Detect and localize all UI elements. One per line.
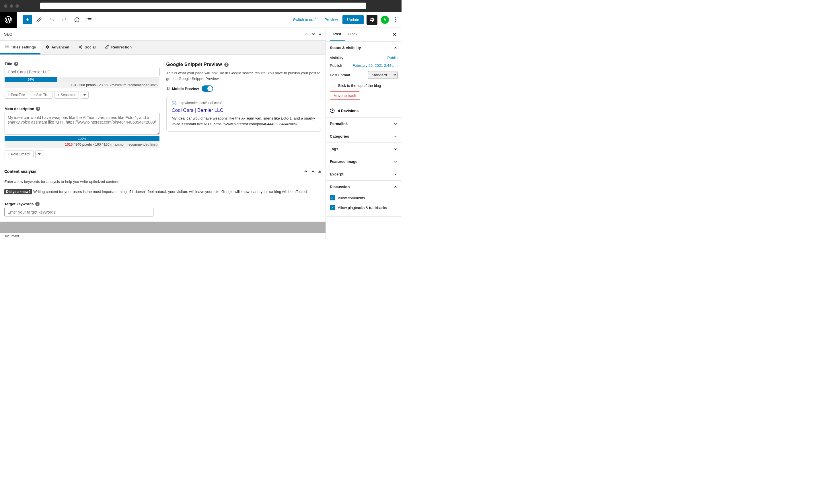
svg-point-8 — [395, 21, 396, 22]
visibility-label: Visibility — [330, 56, 343, 60]
allow-comments-label: Allow comments — [338, 196, 365, 200]
featured-image-header[interactable]: Featured image — [326, 155, 402, 168]
keywords-label: Target keywords — [4, 202, 34, 206]
meta-stats: 1016 / 940 pixels - 160 / 160 (maximum r… — [5, 141, 160, 148]
mobile-icon — [166, 86, 170, 90]
seo-panel-title: SEO — [4, 32, 13, 37]
settings-sidebar: Post Block ✕ Status & visibility Visibil… — [326, 28, 402, 239]
title-progress: 34% — [5, 77, 57, 82]
stick-label: Stick to the top of the blog — [338, 83, 381, 88]
svg-point-6 — [395, 17, 396, 18]
snippet-text: My ideal car would have weapons like the… — [172, 116, 316, 127]
publish-label: Publish — [330, 63, 342, 68]
add-site-title-button[interactable]: + Site Title — [30, 91, 53, 99]
close-sidebar-button[interactable]: ✕ — [392, 28, 398, 41]
chevron-up-icon — [394, 185, 398, 189]
tags-header[interactable]: Tags — [326, 143, 402, 155]
post-format-select[interactable]: Standard — [368, 71, 398, 79]
meta-label: Meta description — [5, 107, 34, 111]
browser-url-bar[interactable] — [40, 3, 366, 9]
footer-document[interactable]: Document — [3, 234, 19, 238]
update-button[interactable]: Update — [343, 15, 364, 24]
allow-comments-checkbox[interactable]: ✓ — [330, 195, 335, 200]
categories-header[interactable]: Categories — [326, 130, 402, 142]
seo-title-input[interactable] — [5, 68, 160, 76]
move-to-trash-button[interactable]: Move to trash — [330, 91, 360, 100]
wordpress-logo[interactable] — [0, 12, 17, 28]
outline-button[interactable] — [84, 14, 95, 25]
tab-titles-settings[interactable]: Titles settings — [0, 41, 41, 55]
preview-button[interactable]: Preview — [321, 15, 341, 24]
collapse-up-icon[interactable] — [319, 33, 321, 35]
add-post-excerpt-button[interactable]: + Post Excerpt — [5, 150, 34, 158]
maximize-window-button[interactable] — [15, 4, 19, 8]
svg-line-16 — [80, 47, 81, 48]
format-label: Post Format — [330, 73, 350, 77]
excerpt-header[interactable]: Excerpt — [326, 168, 402, 180]
help-icon[interactable]: ? — [224, 63, 229, 67]
globe-icon: 🌐 — [172, 101, 176, 105]
redo-button[interactable] — [59, 14, 70, 25]
chevron-down-icon — [394, 160, 398, 164]
analysis-intro: Enter a few keywords for analysis to hel… — [4, 180, 321, 184]
title-label: Title — [5, 62, 12, 66]
window-titlebar — [0, 0, 402, 12]
meta-description-input[interactable]: My ideal car would have weapons like the… — [5, 113, 160, 134]
add-block-button[interactable]: + — [23, 15, 32, 24]
edit-mode-button[interactable] — [33, 14, 45, 25]
sidebar-tab-block[interactable]: Block — [345, 28, 361, 41]
chevron-down-icon[interactable] — [311, 32, 316, 37]
chevron-up-icon[interactable] — [304, 32, 308, 36]
more-variables-button[interactable] — [80, 91, 88, 99]
more-variables-button[interactable] — [35, 150, 43, 158]
chevron-down-icon[interactable] — [311, 169, 315, 174]
google-snippet-preview: 🌐 http://bernier.local/cool-cars/ Cool C… — [166, 96, 321, 132]
mobile-preview-toggle[interactable] — [201, 85, 213, 92]
undo-button[interactable] — [46, 14, 57, 25]
tab-social[interactable]: Social — [74, 41, 100, 55]
svg-point-12 — [79, 47, 80, 48]
analysis-tip: Did you know? Writing content for your u… — [4, 189, 321, 195]
snippet-url: http://bernier.local/cool-cars/ — [179, 101, 222, 105]
svg-point-14 — [81, 48, 82, 49]
stick-checkbox[interactable] — [330, 83, 335, 88]
tab-advanced[interactable]: Advanced — [41, 41, 74, 55]
close-window-button[interactable] — [4, 4, 7, 8]
add-post-title-button[interactable]: + Post Title — [5, 91, 28, 99]
help-icon[interactable]: ? — [14, 62, 18, 66]
publish-value[interactable]: February 25, 2021 2:44 pm — [352, 63, 398, 68]
svg-rect-9 — [5, 46, 9, 46]
chevron-down-icon — [394, 172, 398, 176]
switch-to-draft-button[interactable]: Switch to draft — [289, 15, 320, 24]
info-button[interactable] — [71, 14, 82, 25]
chevron-down-icon — [394, 147, 398, 151]
editor-footer: Document — [0, 233, 326, 239]
svg-line-15 — [80, 46, 81, 47]
tab-redirection[interactable]: Redirection — [100, 41, 136, 55]
target-keywords-input[interactable] — [4, 208, 154, 216]
snippet-title: Cool Cars | Bernier LLC — [172, 108, 316, 113]
minimize-window-button[interactable] — [10, 4, 13, 8]
discussion-header[interactable]: Discussion — [326, 181, 402, 193]
jetpack-icon[interactable] — [381, 16, 389, 24]
revisions-row[interactable]: 4 Revisions — [326, 104, 402, 118]
editor-toolbar: + Switch to draft Preview Update — [0, 12, 402, 28]
more-options-button[interactable] — [391, 15, 399, 25]
chevron-up-icon[interactable] — [303, 169, 308, 174]
add-separator-button[interactable]: + Separator — [54, 91, 79, 99]
editor-content: SEO Titles settings Advanced — [0, 28, 326, 239]
settings-button[interactable] — [366, 15, 377, 25]
allow-pingbacks-label: Allow pingbacks & trackbacks — [338, 205, 387, 210]
sidebar-tab-post[interactable]: Post — [330, 28, 345, 41]
visibility-value[interactable]: Public — [388, 56, 398, 60]
title-stats: 191 / 568 pixels - 23 / 60 (maximum reco… — [5, 82, 160, 88]
chevron-up-icon — [394, 46, 398, 50]
svg-rect-11 — [5, 48, 9, 48]
allow-pingbacks-checkbox[interactable]: ✓ — [330, 205, 335, 210]
chevron-down-icon — [394, 122, 398, 126]
collapse-up-icon[interactable] — [318, 170, 321, 173]
status-visibility-header[interactable]: Status & visibility — [326, 42, 402, 54]
permalink-header[interactable]: Permalink — [326, 118, 402, 130]
help-icon[interactable]: ? — [36, 107, 40, 111]
help-icon[interactable]: ? — [35, 202, 40, 206]
